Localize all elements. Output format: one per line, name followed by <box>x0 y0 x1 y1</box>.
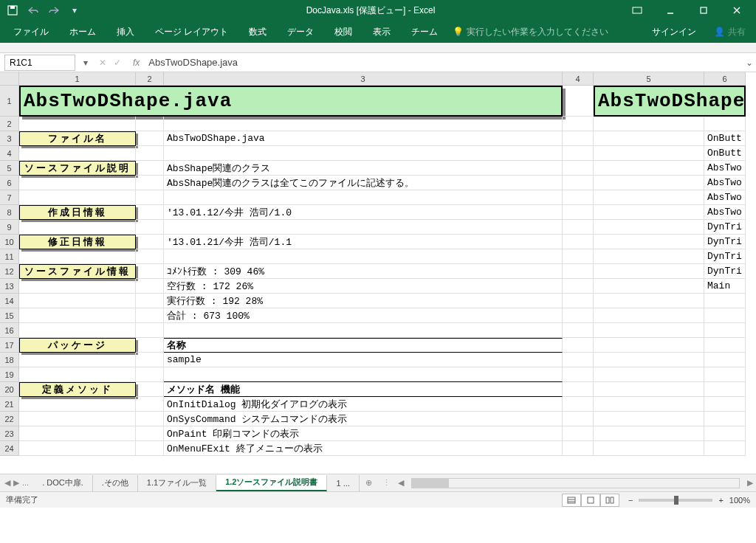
hscroll-left[interactable]: ◀ <box>395 478 407 488</box>
cell[interactable] <box>563 264 594 279</box>
close-button[interactable] <box>720 0 753 21</box>
cell[interactable] <box>594 249 704 264</box>
cell[interactable]: OnMenuFExit 終了メニューの表示 <box>164 441 563 456</box>
cell[interactable] <box>704 412 746 426</box>
cell[interactable] <box>594 338 704 353</box>
row-header[interactable]: 8 <box>0 205 19 220</box>
cell[interactable] <box>164 146 563 161</box>
cell[interactable] <box>594 412 704 426</box>
formula-input[interactable] <box>144 55 743 71</box>
cell[interactable] <box>136 441 164 456</box>
cell[interactable] <box>594 353 704 367</box>
cell[interactable] <box>563 397 594 412</box>
cell[interactable] <box>594 220 704 235</box>
cell[interactable]: AbsTwo <box>704 205 746 220</box>
cell[interactable] <box>19 323 136 338</box>
cell[interactable] <box>19 190 136 205</box>
cell[interactable] <box>136 249 164 264</box>
cell[interactable]: メソッド名 機能 <box>164 382 563 397</box>
cell[interactable] <box>563 308 594 323</box>
cell[interactable]: 名称 <box>164 338 563 353</box>
cell[interactable] <box>594 308 704 323</box>
cell[interactable] <box>136 117 164 131</box>
tab-home[interactable]: ホーム <box>59 21 106 43</box>
cell[interactable] <box>563 161 594 176</box>
cell[interactable] <box>19 353 136 367</box>
enter-icon[interactable]: ✓ <box>114 58 121 68</box>
spreadsheet-grid[interactable]: 123456 123456789101112131415161718192021… <box>0 72 756 474</box>
cell[interactable]: AbsShape関連のクラス <box>164 161 563 176</box>
cell[interactable] <box>594 367 704 382</box>
cell[interactable] <box>136 264 164 279</box>
cell[interactable] <box>136 412 164 426</box>
tab-file[interactable]: ファイル <box>3 21 59 43</box>
row-header[interactable]: 21 <box>0 397 19 412</box>
cell[interactable] <box>136 279 164 294</box>
tab-pagelayout[interactable]: ページ レイアウト <box>145 21 238 43</box>
row-header[interactable]: 15 <box>0 308 19 323</box>
cell[interactable] <box>563 353 594 367</box>
cell[interactable] <box>19 146 136 161</box>
cell[interactable] <box>594 235 704 249</box>
cell[interactable] <box>704 367 746 382</box>
sheet-nav-prev[interactable]: ◀ <box>4 478 10 488</box>
row-header[interactable]: 7 <box>0 190 19 205</box>
cell[interactable]: AbsTwoDShape.java <box>164 131 563 146</box>
cell[interactable]: DynTri <box>704 220 746 235</box>
cell[interactable] <box>704 294 746 308</box>
cell[interactable] <box>594 279 704 294</box>
cell[interactable] <box>594 161 704 176</box>
cell[interactable] <box>164 117 563 131</box>
cell[interactable] <box>136 161 164 176</box>
cell[interactable] <box>594 294 704 308</box>
cell[interactable] <box>594 117 704 131</box>
redo-button[interactable] <box>44 2 63 18</box>
cells-area[interactable]: AbsTwoDShape.javaAbsTwoDShape.jファイル名AbsT… <box>19 86 756 474</box>
cell[interactable]: OnButt <box>704 131 746 146</box>
cell[interactable]: sample <box>164 353 563 367</box>
zoom-in[interactable]: + <box>718 496 723 505</box>
cell[interactable]: '13.01.12/今井 浩司/1.0 <box>164 205 563 220</box>
row-header[interactable]: 14 <box>0 294 19 308</box>
cell[interactable] <box>136 190 164 205</box>
cell[interactable] <box>19 412 136 426</box>
cell[interactable] <box>164 323 563 338</box>
col-header[interactable]: 4 <box>563 72 594 86</box>
row-header[interactable]: 20 <box>0 382 19 397</box>
cell[interactable]: 修正日情報 <box>19 235 136 249</box>
cell[interactable] <box>136 235 164 249</box>
cell[interactable]: DynTri <box>704 235 746 249</box>
cell[interactable] <box>563 176 594 190</box>
minimize-button[interactable] <box>653 0 687 21</box>
tab-team[interactable]: チーム <box>401 21 448 43</box>
cell[interactable]: ソースファイル情報 <box>19 264 136 279</box>
sheet-tab[interactable]: 1.1ファイル一覧 <box>138 475 216 491</box>
zoom-thumb[interactable] <box>674 496 678 505</box>
row-header[interactable]: 5 <box>0 161 19 176</box>
cell[interactable] <box>136 220 164 235</box>
cell[interactable] <box>594 146 704 161</box>
cancel-icon[interactable]: ✕ <box>99 58 106 68</box>
cell[interactable] <box>19 397 136 412</box>
cell[interactable] <box>563 279 594 294</box>
cell[interactable]: OnSysCommand システムコマンドの表示 <box>164 412 563 426</box>
cell[interactable] <box>136 382 164 397</box>
cell[interactable] <box>164 249 563 264</box>
cell[interactable] <box>563 220 594 235</box>
cell[interactable]: 作成日情報 <box>19 205 136 220</box>
cell[interactable] <box>704 338 746 353</box>
sheet-tab[interactable]: 1.2ソースファイル説明書 <box>216 475 327 491</box>
sheet-tab[interactable]: .その他 <box>93 475 138 491</box>
row-header[interactable]: 11 <box>0 249 19 264</box>
cell[interactable] <box>594 382 704 397</box>
col-header[interactable]: 5 <box>594 72 704 86</box>
undo-button[interactable] <box>24 2 43 18</box>
sheet-tab[interactable]: 1 ... <box>327 475 359 491</box>
row-header[interactable]: 22 <box>0 412 19 426</box>
cell[interactable] <box>594 323 704 338</box>
cell[interactable] <box>563 323 594 338</box>
cell[interactable] <box>136 308 164 323</box>
maximize-button[interactable] <box>687 0 720 21</box>
col-header[interactable]: 3 <box>164 72 563 86</box>
cell[interactable] <box>704 353 746 367</box>
